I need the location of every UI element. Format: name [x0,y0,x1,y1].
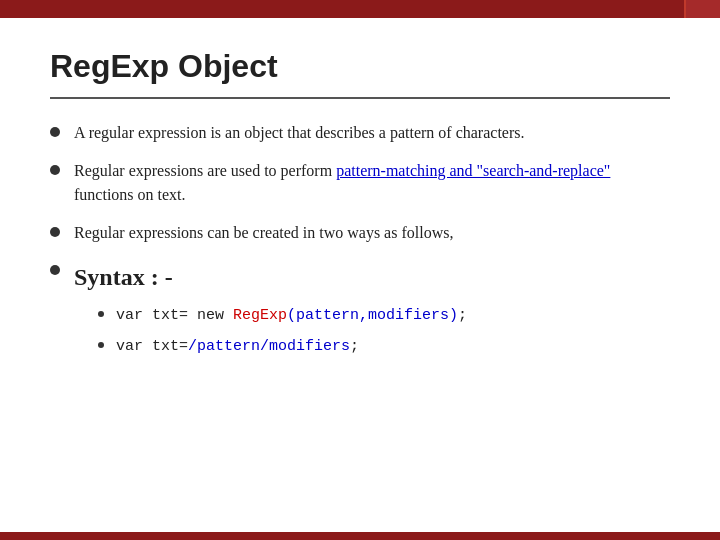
hyperlink[interactable]: pattern-matching and "search-and-replace… [336,162,610,179]
bullet-marker [50,227,60,237]
sub-bullet-list: var txt= new RegExp(pattern,modifiers); … [98,305,670,358]
bullet-list: A regular expression is an object that d… [50,121,670,358]
bullet-text: Syntax : - var txt= new RegExp(pattern,m… [74,259,670,358]
code-text: var txt= [116,338,188,355]
slide-title: RegExp Object [50,48,670,85]
top-bar-accent [684,0,720,18]
list-item: Syntax : - var txt= new RegExp(pattern,m… [50,259,670,358]
bullet-marker [50,265,60,275]
code-text: ; [350,338,359,355]
bullet-text: A regular expression is an object that d… [74,121,670,145]
code-text: ; [458,307,467,324]
bullet-text: Regular expressions can be created in tw… [74,221,670,245]
title-divider [50,97,670,99]
bullet-text: Regular expressions are used to perform … [74,159,670,207]
list-item: var txt= new RegExp(pattern,modifiers); [98,305,670,328]
slide: RegExp Object A regular expression is an… [0,0,720,540]
code-blue: /pattern/modifiers [188,338,350,355]
sub-bullet-marker [98,311,104,317]
bullet-marker [50,127,60,137]
code-text: var txt= new [116,307,233,324]
bullet-marker [50,165,60,175]
sub-bullet-marker [98,342,104,348]
list-item: var txt=/pattern/modifiers; [98,336,670,359]
syntax-title: Syntax : - [74,264,173,290]
list-item: Regular expressions can be created in tw… [50,221,670,245]
code-line: var txt= new RegExp(pattern,modifiers); [116,305,467,328]
code-keyword: RegExp [233,307,287,324]
list-item: Regular expressions are used to perform … [50,159,670,207]
code-line: var txt=/pattern/modifiers; [116,336,359,359]
code-blue: (pattern,modifiers) [287,307,458,324]
top-bar [0,0,720,18]
bottom-bar [0,532,720,540]
list-item: A regular expression is an object that d… [50,121,670,145]
content-area: RegExp Object A regular expression is an… [0,18,720,532]
